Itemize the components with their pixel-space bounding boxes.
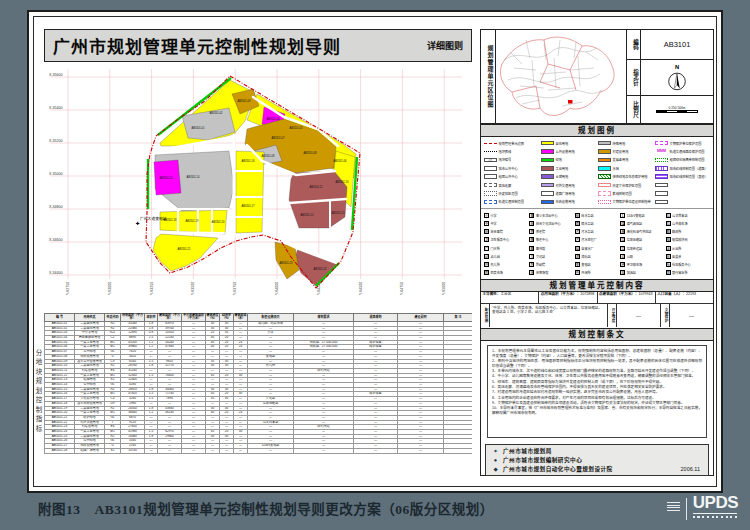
plot-label: AB3101-01 bbox=[192, 126, 206, 130]
facility-symbol-item: 肉肉菜市场 bbox=[484, 269, 528, 277]
legend-item: 发展备用地 bbox=[598, 156, 653, 164]
legend-label: 文物保护单位保护范围 bbox=[670, 141, 702, 146]
legend-label: 发展备用地 bbox=[613, 157, 629, 162]
facility-symbol-label: 体育场馆 bbox=[536, 270, 548, 275]
heritage-label: 文物保护 bbox=[661, 304, 670, 327]
logo-text: UPDS bbox=[693, 494, 738, 512]
facility-symbol-item: 公公厕 bbox=[620, 252, 664, 260]
organization-name: 广州市城市规划局 bbox=[503, 447, 552, 455]
facility-symbol-item: 居居委会 bbox=[666, 252, 710, 260]
table-cell: 10730 bbox=[121, 448, 145, 453]
organization-name: 广州市城市规划编制研究中心 bbox=[503, 456, 582, 464]
facility-symbol-icon: 图 bbox=[529, 246, 534, 251]
facility-symbol-label: 幼儿园 bbox=[491, 254, 500, 259]
logo-block: UPDS bbox=[693, 494, 738, 518]
legend-swatch-dashmagenta bbox=[655, 141, 668, 146]
legend-item: 历史文化保护区范围 bbox=[598, 181, 653, 189]
facility-symbol-item: 垃垃圾转运站 bbox=[620, 244, 664, 252]
table-cell: — bbox=[354, 448, 398, 453]
facility-symbol-item: 养养老院 bbox=[529, 228, 573, 236]
legend-label: 轨道交通控制范围 bbox=[499, 199, 525, 204]
facility-symbol-icon: 煤 bbox=[620, 221, 625, 226]
build-area-cell: 总建筑面积（平方米）：1079943 bbox=[598, 292, 656, 303]
facility-symbol-item: 公公共停车场 bbox=[666, 219, 710, 227]
provision-clause: 8、工业用地内的企业建设应符合环保要求，对产生污染的项目应采取有效治理措施，达标… bbox=[492, 396, 702, 401]
location-map-svg bbox=[496, 30, 627, 122]
facility-symbol-item: 派派出所 bbox=[666, 244, 710, 252]
facility-symbol-label: 环卫停车场 bbox=[627, 262, 642, 267]
date: 2006.11 bbox=[681, 466, 700, 472]
location-section: 规划管理单元区位图 bbox=[481, 30, 713, 124]
table-header-cell: 配套设施项目 bbox=[248, 314, 294, 322]
legend-item: 文物保护单位建设控制地带 bbox=[598, 198, 653, 206]
facility-symbol-icon: 1 bbox=[620, 213, 625, 218]
facility-symbol-item: 影影剧院 bbox=[529, 261, 573, 269]
organization-icon: ● bbox=[492, 457, 499, 463]
facility-symbol-icon: 综 bbox=[484, 229, 489, 234]
facility-symbol-label: 开闭所 bbox=[581, 270, 590, 275]
legend-grid: 规划管理单元边界地块界线01地块编号城市公共中心组团公共中心高压走廊历史城区范围… bbox=[481, 137, 713, 208]
legend-label: 城市公共中心 bbox=[499, 166, 518, 171]
heritage-value: — bbox=[670, 304, 713, 327]
table-header-cell: 性质代码 bbox=[105, 314, 121, 322]
facility-symbol-item: 开开闭所 bbox=[575, 269, 619, 277]
plot-label: AB3101-03 bbox=[238, 99, 252, 103]
facility-symbol-icon: 垃 bbox=[620, 246, 625, 251]
facility-symbol-label: 加油站 bbox=[627, 270, 636, 275]
facility-symbol-icon: 公 bbox=[666, 213, 671, 218]
facility-symbol-icon: 加 bbox=[620, 270, 625, 275]
facility-symbol-label: 银行营业所 bbox=[672, 270, 687, 275]
plot-label: AB3101-06 bbox=[334, 159, 348, 163]
organization-row: ◆广州市城市规划自动化中心暨规划设计院 bbox=[492, 465, 702, 474]
legend-item: 对外交通用地 bbox=[541, 181, 596, 189]
plot-label: AB3101-14 bbox=[187, 175, 201, 179]
legend-item bbox=[655, 189, 710, 197]
plot-label: AB3101-12 bbox=[301, 213, 315, 217]
legend-item: 轨道交通控制范围 bbox=[484, 198, 539, 206]
legend-swatch-boxblue bbox=[484, 200, 497, 205]
organization-row: ✦广州市城市规划局 bbox=[492, 447, 702, 456]
facility-symbol-label: 敬老中心 bbox=[536, 237, 548, 242]
table-header-cell: 道路规划 bbox=[354, 314, 398, 322]
legend-swatch-fill bbox=[541, 200, 554, 205]
facility-symbol-label: 邮政所 bbox=[672, 229, 681, 234]
scale-bar-segments bbox=[656, 110, 698, 112]
legend-swatch-hatchpurple2 bbox=[655, 174, 668, 179]
plot-label: AB3101-23 bbox=[280, 261, 294, 265]
plot-label: AB3101-20 bbox=[212, 220, 226, 224]
facility-symbol-item: 煤煤气调压站 bbox=[620, 219, 664, 227]
facility-symbol-icon: 派 bbox=[666, 246, 671, 251]
x-axis-label: X-34600 bbox=[49, 238, 63, 242]
y-axis-label: Y-63500 bbox=[191, 282, 195, 295]
legend-swatch-fill bbox=[598, 166, 611, 171]
plot-label: AB3101-10 bbox=[336, 180, 350, 184]
facility-symbol-item: 文文化站 bbox=[529, 252, 573, 260]
facility-symbol-icon: 自 bbox=[575, 246, 580, 251]
legend-swatch-dashdotpink bbox=[598, 200, 611, 205]
legend-swatch-mmm: MMM bbox=[655, 149, 668, 154]
facility-symbol-label: 小学 bbox=[491, 213, 497, 218]
legend-label: 文物保护单位建设控制地带 bbox=[613, 199, 651, 204]
plot-label: AB3101-13 bbox=[332, 211, 346, 215]
y-axis-label: Y-63250 bbox=[150, 282, 154, 295]
facility-symbol-label: 公厕 bbox=[627, 254, 633, 259]
facility-symbol-icon: 环 bbox=[620, 262, 625, 267]
plot-label: AB3101-08 bbox=[304, 151, 318, 155]
legend-swatch-dotsgreenbox bbox=[655, 158, 668, 163]
table-header-cell: 建筑限高（米） bbox=[234, 314, 248, 322]
legend-item: 居住用地 bbox=[541, 139, 596, 147]
plot-label: AB3101-21 bbox=[178, 247, 192, 251]
organization-icon: ◆ bbox=[492, 466, 499, 472]
facility-symbol-label: 自来水厂 bbox=[581, 246, 593, 251]
table-cell: 道路广场用地 bbox=[75, 448, 105, 453]
facility-symbol-icon: 居 bbox=[666, 254, 671, 259]
facility-symbols-grid: 小小学中中学综综合医院卫卫生服务中心门门诊所幼幼儿园托托儿所肉肉菜市场青青少年活… bbox=[481, 208, 713, 279]
facility-symbol-icon: 体 bbox=[529, 270, 534, 275]
plot-label: AB3101-15 bbox=[160, 176, 174, 180]
facility-symbol-icon: 肉 bbox=[484, 270, 489, 275]
facility-symbol-label: 青少年活动中心 bbox=[536, 213, 558, 218]
table-header-cell: 建筑面积（平方米） bbox=[158, 314, 182, 322]
legend-swatch-hatchpurple bbox=[655, 166, 668, 171]
population-cell: 人口容量（人）：22193 bbox=[656, 292, 713, 303]
facility-symbol-icon: 幼 bbox=[484, 254, 489, 259]
